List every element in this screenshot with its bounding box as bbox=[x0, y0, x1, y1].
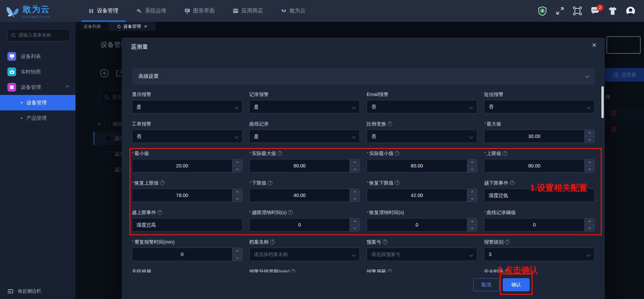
messages-icon[interactable]: 2 bbox=[590, 7, 599, 15]
modal-title: 遥测量 bbox=[131, 43, 148, 51]
select-5-3[interactable]: 3 bbox=[484, 248, 595, 261]
form-field-0-2: Email报警否 bbox=[367, 91, 477, 113]
tab-1[interactable]: 设备管理✕ bbox=[109, 22, 155, 31]
required-asterisk: * bbox=[132, 150, 134, 156]
select-1-0[interactable]: 否 bbox=[132, 130, 243, 143]
chevron-down-icon bbox=[234, 105, 238, 109]
nav-item-1[interactable]: 系统运维 bbox=[127, 0, 175, 22]
modal-footer: 取消 确认 bbox=[122, 272, 605, 299]
spin-up-button[interactable] bbox=[585, 130, 594, 137]
spin-up-button[interactable] bbox=[467, 159, 477, 166]
spin-down-button[interactable] bbox=[467, 196, 477, 202]
input-2-1[interactable]: 90.00 bbox=[249, 159, 360, 172]
nav-item-label: 系统运维 bbox=[145, 7, 166, 14]
sidebar-subitem-2-1[interactable]: •产品管理 bbox=[0, 110, 75, 126]
nav-item-label: 设备管理 bbox=[97, 7, 118, 14]
spin-down-button[interactable] bbox=[467, 225, 477, 232]
tab-close-icon[interactable]: ✕ bbox=[144, 24, 147, 29]
spin-down-button[interactable] bbox=[467, 166, 477, 172]
sidebar-subitem-2-0[interactable]: •设备管理 bbox=[0, 95, 75, 110]
nav-item-0[interactable]: 设备管理 bbox=[79, 0, 127, 22]
field-label: 档案名称? bbox=[249, 239, 360, 245]
input-3-1[interactable]: 40.00 bbox=[249, 189, 360, 202]
field-label-text: 恢复上限值 bbox=[135, 180, 159, 186]
field-label: *下限值? bbox=[249, 180, 360, 186]
input-4-1[interactable]: 0 bbox=[249, 218, 360, 232]
spin-up-button[interactable] bbox=[350, 189, 360, 196]
input-2-2[interactable]: 80.00 bbox=[367, 159, 477, 172]
theme-shirt-icon[interactable] bbox=[608, 7, 618, 15]
spin-down-button[interactable] bbox=[350, 196, 360, 202]
input-3-3[interactable]: 湿度过低 bbox=[484, 189, 595, 202]
fullscreen-expand-icon[interactable] bbox=[555, 6, 565, 15]
sidebar-item-1[interactable]: 实时快照 bbox=[0, 64, 75, 80]
spin-down-button[interactable] bbox=[232, 196, 242, 202]
nav-item-4[interactable]: 敢为云 bbox=[272, 0, 315, 22]
input-4-0[interactable]: 湿度过高 bbox=[132, 218, 243, 232]
spin-down-button[interactable] bbox=[232, 255, 242, 261]
select-1-2[interactable]: 否 bbox=[367, 130, 477, 143]
input-3-2[interactable]: 42.00 bbox=[367, 189, 477, 202]
select-0-0[interactable]: 是 bbox=[132, 100, 243, 113]
chevron-down-icon bbox=[469, 105, 473, 109]
spin-up-button[interactable] bbox=[467, 189, 477, 196]
select-5-1[interactable]: 请选择档案名称 bbox=[249, 248, 360, 261]
user-avatar[interactable] bbox=[626, 6, 635, 16]
advanced-settings-toggle[interactable]: 高级设置 bbox=[132, 68, 595, 85]
input-2-3[interactable]: 80.00 bbox=[484, 159, 595, 172]
select-0-2[interactable]: 否 bbox=[367, 100, 477, 113]
spin-up-button[interactable] bbox=[585, 218, 594, 225]
input-4-3[interactable]: 0 bbox=[484, 218, 595, 232]
select-0-3[interactable]: 否 bbox=[484, 100, 595, 113]
field-value: 湿度过高 bbox=[137, 222, 156, 228]
spin-down-button[interactable] bbox=[585, 166, 594, 172]
select-1-1[interactable]: 是 bbox=[249, 130, 360, 143]
form-field-3-3: 越下限事件?湿度过低 bbox=[484, 180, 595, 202]
number-spinner bbox=[232, 189, 242, 202]
field-label-text: 记录报警 bbox=[249, 91, 269, 97]
input-1-3[interactable]: 30.00 bbox=[484, 130, 595, 143]
close-icon[interactable]: ✕ bbox=[592, 42, 597, 49]
field-label: 短信报警 bbox=[484, 91, 595, 97]
collapse-sidebar-button[interactable]: 收起侧边栏 bbox=[7, 288, 41, 294]
spin-up-button[interactable] bbox=[232, 189, 242, 196]
navbar-actions: 2 bbox=[538, 6, 644, 16]
spin-up-button[interactable] bbox=[467, 218, 477, 225]
nav-item-3[interactable]: 应用商店 bbox=[224, 0, 272, 22]
select-0-1[interactable]: 是 bbox=[249, 100, 360, 113]
number-spinner bbox=[350, 189, 360, 202]
spin-up-button[interactable] bbox=[350, 218, 360, 225]
devices-icon bbox=[89, 8, 94, 14]
select-5-2[interactable]: 请选择预案号 bbox=[367, 248, 477, 261]
refresh-icon[interactable] bbox=[117, 24, 121, 29]
sidebar-item-0[interactable]: 设备列表 bbox=[0, 49, 75, 64]
sidebar-item-2[interactable]: 设备管理 bbox=[0, 80, 75, 95]
chevron-down-icon bbox=[352, 135, 356, 138]
frame-capture-icon[interactable] bbox=[573, 6, 582, 15]
spin-up-button[interactable] bbox=[232, 159, 242, 166]
butterfly-icon bbox=[281, 8, 286, 13]
number-spinner bbox=[232, 248, 242, 261]
spin-down-button[interactable] bbox=[585, 225, 594, 232]
nav-item-2[interactable]: 图形界面 bbox=[175, 0, 224, 22]
spin-up-button[interactable] bbox=[585, 159, 594, 166]
spin-down-button[interactable] bbox=[232, 166, 242, 172]
help-question-icon: ? bbox=[505, 240, 509, 244]
menu-search-input[interactable]: 请输入菜单名称 bbox=[7, 29, 70, 41]
spin-down-button[interactable] bbox=[350, 225, 360, 232]
field-value: 0 bbox=[181, 252, 183, 257]
spin-up-button[interactable] bbox=[350, 159, 360, 166]
input-5-0[interactable]: 0 bbox=[132, 248, 243, 261]
modal-scrollbar-thumb[interactable] bbox=[601, 86, 604, 118]
input-3-0[interactable]: 78.00 bbox=[132, 189, 243, 202]
spin-down-button[interactable] bbox=[350, 166, 360, 172]
cancel-button[interactable]: 取消 bbox=[473, 278, 499, 291]
input-4-2[interactable]: 0 bbox=[367, 218, 477, 232]
chevron-down-icon bbox=[587, 105, 590, 109]
tab-0[interactable]: 设备列表 bbox=[75, 22, 109, 31]
spin-up-button[interactable] bbox=[232, 248, 242, 255]
security-shield-icon[interactable] bbox=[538, 6, 547, 16]
spin-down-button[interactable] bbox=[585, 137, 594, 143]
input-2-0[interactable]: 20.00 bbox=[132, 159, 243, 172]
confirm-button[interactable]: 确认 bbox=[503, 278, 530, 291]
